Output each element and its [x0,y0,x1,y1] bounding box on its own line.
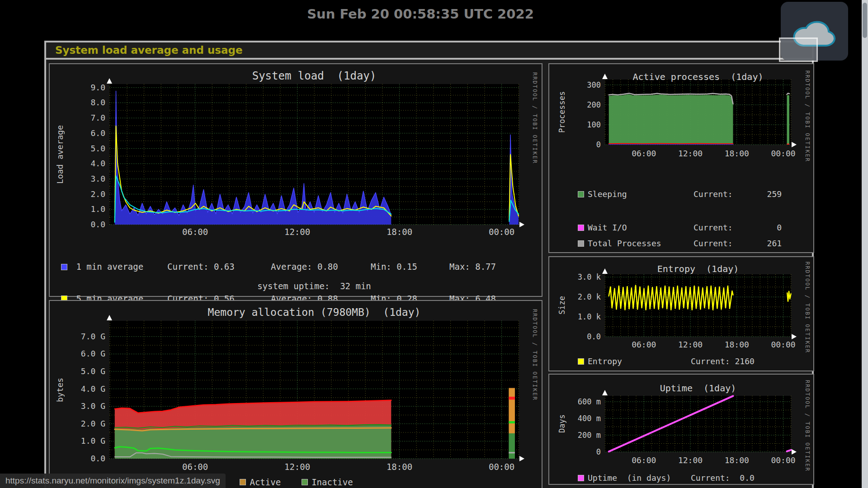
svg-text:0.0: 0.0 [587,332,601,341]
legend-label: 1 min average [71,262,167,272]
svg-text:4.0 G: 4.0 G [81,384,105,394]
processes-title: Active processes (1day) [594,71,802,82]
legend-current: Current: 0.63 [167,262,271,272]
svg-text:1.0 k: 1.0 k [578,312,601,321]
svg-text:18:00: 18:00 [725,149,749,158]
svg-text:3.0 G: 3.0 G [81,401,105,411]
svg-text:18:00: 18:00 [725,455,749,465]
dashboard-title: System load average and usage [55,44,243,56]
panel-uptime: 0200 m400 m600 m06:0012:0018:0000:00 Upt… [548,374,814,485]
svg-text:2.0 k: 2.0 k [578,292,601,301]
swatch-total [578,240,584,247]
legend-min: Min: 0.15 [371,262,449,272]
swatch-sleeping [578,191,584,197]
legend-row-sleeping: SleepingCurrent: 259 [578,189,782,200]
swatch-uptime [578,475,584,481]
uptime-ylabel: Days [557,396,566,452]
legend-label: Total Processes [588,239,693,248]
svg-text:6.0: 6.0 [90,128,105,138]
rrdtool-watermark: RRDTOOL / TOBI OETIKER [804,380,811,472]
entropy-ylabel: Size [557,274,566,337]
system-load-title: System load (1day) [109,70,519,82]
page-datetime: Sun Feb 20 00:58:35 UTC 2022 [0,6,841,22]
svg-text:2.0: 2.0 [90,189,105,199]
system-uptime-note: system uptime: 32 min [109,281,519,291]
legend-current: Current: 261 [693,239,782,248]
svg-text:00:00: 00:00 [771,455,795,465]
svg-text:18:00: 18:00 [725,340,749,349]
rrdtool-watermark: RRDTOOL / TOBI OETIKER [532,309,538,401]
swatch-inactive [302,479,308,485]
legend-current: Current: 259 [693,189,782,200]
panel-memory: 0.01.0 G2.0 G3.0 G4.0 G5.0 G6.0 G7.0 G06… [49,300,542,488]
entropy-legend: Entropy Current: 2160 [578,357,755,366]
uptime-title: Uptime (1day) [594,383,802,394]
legend-label: Wait I/O [588,222,693,234]
processes-ylabel: Processes [557,80,566,145]
legend-label: Sleeping [588,189,693,200]
legend-item-active: Active [240,477,281,487]
svg-text:12:00: 12:00 [678,455,703,465]
svg-text:200 m: 200 m [578,431,601,440]
svg-text:00:00: 00:00 [771,149,795,158]
svg-text:200: 200 [587,100,601,109]
svg-text:3.0: 3.0 [90,174,105,183]
svg-text:0.0: 0.0 [90,454,105,463]
svg-text:1.0 G: 1.0 G [81,436,105,446]
legend-row-waitio: Wait I/OCurrent: 0 [578,222,782,234]
desktop: Sun Feb 20 00:58:35 UTC 2022 System load… [0,0,868,488]
svg-text:1.0: 1.0 [90,204,105,214]
memory-title: Memory allocation (7980MB) (1day) [109,306,519,318]
svg-text:00:00: 00:00 [489,227,514,237]
svg-text:06:00: 06:00 [632,455,656,465]
scrollbar-thumb[interactable] [863,3,867,38]
rrdtool-watermark: RRDTOOL / TOBI OETIKER [804,70,811,162]
svg-text:00:00: 00:00 [771,340,795,349]
processes-total-row: Total Processes Current: 261 [578,239,782,248]
swatch-entropy [578,358,584,365]
svg-text:06:00: 06:00 [182,462,208,472]
scrollbar-track[interactable] [862,0,868,488]
dashboard-titlebar: System load average and usage [46,42,812,60]
selection-highlight-rect [779,38,818,62]
svg-text:400 m: 400 m [578,414,601,423]
legend-label: Uptime (in days) [588,473,691,483]
panel-entropy: 0.01.0 k2.0 k3.0 k06:0012:0018:0000:00 E… [548,256,814,371]
swatch-waitio [578,225,584,231]
svg-text:18:00: 18:00 [387,227,412,237]
svg-text:12:00: 12:00 [284,227,310,237]
panel-processes: 010020030006:0012:0018:0000:00 Active pr… [548,63,814,253]
svg-text:4.0: 4.0 [90,159,105,168]
svg-text:2.0 G: 2.0 G [81,419,105,428]
legend-max: Max: 8.77 [449,262,496,272]
legend-average: Average: 0.80 [271,262,371,272]
panel-system-load: 0.01.02.03.04.05.06.07.08.09.006:0012:00… [49,63,542,297]
svg-text:18:00: 18:00 [387,462,412,472]
memory-chart[interactable]: 0.01.0 G2.0 G3.0 G4.0 G5.0 G6.0 G7.0 G06… [50,301,543,488]
rrdtool-watermark: RRDTOOL / TOBI OETIKER [532,72,538,164]
legend-current: Current: 2160 [691,357,755,366]
svg-text:600 m: 600 m [578,397,601,406]
svg-text:0.0: 0.0 [90,220,105,229]
entropy-chart[interactable]: 0.01.0 k2.0 k3.0 k06:0012:0018:0000:00 [549,257,815,372]
legend-label: Active [250,477,281,487]
swatch-active [240,479,246,485]
svg-text:12:00: 12:00 [678,149,703,158]
legend-current: Current: 0 [693,222,782,234]
rrdtool-watermark: RRDTOOL / TOBI OETIKER [804,262,811,353]
legend-item-inactive: Inactive [302,477,353,487]
svg-text:5.0: 5.0 [90,144,105,153]
svg-text:00:00: 00:00 [489,462,514,472]
uptime-legend: Uptime (in days) Current: 0.0 [578,473,755,483]
svg-text:06:00: 06:00 [182,227,208,237]
legend-label: Entropy [588,357,691,366]
svg-text:9.0: 9.0 [90,83,105,92]
svg-text:5.0 G: 5.0 G [81,366,105,376]
status-bar-url: https://stats.naryu.net/monitorix/imgs/s… [0,474,226,488]
svg-text:7.0 G: 7.0 G [81,332,105,341]
svg-text:0: 0 [596,140,601,149]
svg-text:12:00: 12:00 [284,462,310,472]
legend-row-1min: 1 min average Current: 0.63 Average: 0.8… [61,262,496,272]
legend-current: Current: 0.0 [691,473,755,483]
swatch-1min [61,264,67,270]
